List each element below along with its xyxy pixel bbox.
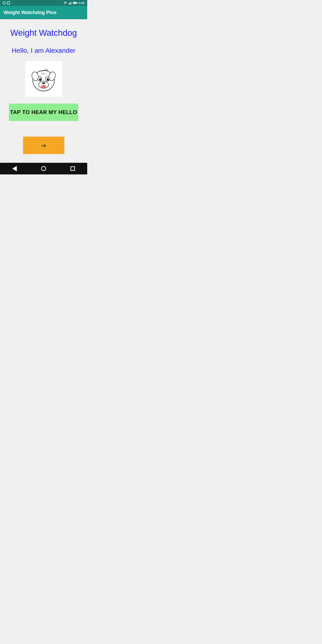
svg-point-5 (39, 78, 41, 81)
notification-icon (3, 1, 6, 4)
svg-point-6 (47, 78, 49, 81)
recent-nav-button[interactable] (69, 165, 76, 172)
main-content: Weight Watchdog Hello, I am Alexander (0, 19, 87, 158)
greeting-text: Hello, I am Alexander (12, 47, 75, 54)
wifi-icon (63, 1, 67, 4)
svg-point-12 (41, 86, 41, 87)
bottom-nav (0, 163, 87, 174)
svg-point-13 (42, 87, 42, 88)
signal-icon (68, 2, 72, 4)
page-title: Weight Watchdog (10, 28, 77, 38)
svg-point-10 (42, 82, 46, 84)
next-button[interactable]: ➔ (23, 137, 64, 154)
status-bar-right: 3:05 (63, 1, 84, 5)
home-nav-button[interactable] (40, 165, 47, 172)
recent-icon (70, 166, 75, 171)
dog-illustration (28, 63, 59, 94)
dog-image-container (25, 61, 62, 97)
status-bar-left (3, 1, 10, 4)
arrow-right-icon: ➔ (41, 142, 46, 149)
tap-hello-button[interactable]: TAP TO HEAR MY HELLO (9, 104, 78, 121)
status-bar: 3:05 (0, 0, 87, 6)
status-time: 3:05 (79, 1, 84, 5)
back-nav-button[interactable] (11, 165, 18, 172)
svg-point-14 (45, 87, 46, 88)
home-icon (41, 166, 46, 171)
svg-point-15 (46, 86, 47, 87)
svg-point-7 (40, 79, 41, 80)
sd-card-icon (7, 1, 10, 4)
battery-icon (73, 2, 78, 4)
app-bar: Weight Watchdog Plus (0, 6, 87, 19)
app-bar-title: Weight Watchdog Plus (4, 10, 56, 16)
svg-point-8 (48, 79, 49, 80)
svg-point-11 (41, 85, 46, 88)
tap-button-label: TAP TO HEAR MY HELLO (10, 109, 77, 116)
back-icon (12, 166, 17, 171)
